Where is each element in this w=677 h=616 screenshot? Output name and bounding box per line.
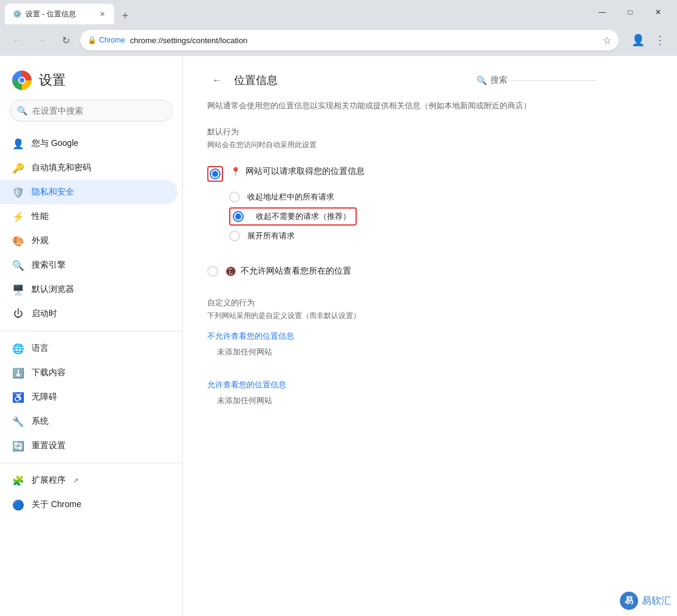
block-radio-button[interactable] [207,266,218,277]
accessibility-icon: ♿ [12,391,24,403]
allow-location-label: 📍 网站可以请求取得您的位置信息 [230,166,365,177]
collapse-all-option[interactable]: 收起地址栏中的所有请求 [229,188,596,206]
forward-button[interactable]: → [32,30,51,50]
account-button[interactable]: 👤 [628,30,648,50]
custom-behavior-section: 自定义的行为 下列网站采用的是自定义设置（而非默认设置） 不允许查看您的位置信息… [207,297,596,409]
active-tab[interactable]: ⚙️ 设置 - 位置信息 ✕ [5,4,114,24]
download-icon: ⬇️ [12,367,24,379]
collapse-all-radio[interactable] [229,192,240,202]
sidebar-divider [0,331,182,331]
sidebar-item-about[interactable]: 🔵 关于 Chrome [0,493,177,517]
search-engine-icon: 🔍 [12,259,24,271]
new-tab-button[interactable]: + [117,7,134,24]
page-content: ← 位置信息 🔍 搜索 网站通常会使用您的位置信息以实现相关功能或提供相关信息（… [183,56,677,616]
chrome-logo-icon [12,71,32,90]
sidebar-item-privacy[interactable]: 🛡️ 隐私和安全 [0,180,177,204]
block-location-option[interactable]: 📵 不允许网站查看您所在的位置 [207,260,596,283]
sidebar-search-input[interactable] [10,100,173,122]
reload-button[interactable]: ↻ [56,30,75,50]
sidebar-item-label: 性能 [32,211,49,222]
allow-option-highlight-box [207,166,223,182]
collapse-unnecessary-option[interactable]: 收起不需要的请求（推荐） [233,211,351,222]
sidebar-title: 设置 [39,71,66,89]
chrome-label: Chrome [99,36,125,44]
sidebar-item-label: 搜索引擎 [32,260,66,271]
sidebar-item-label: 下载内容 [32,367,66,378]
sidebar-item-extensions[interactable]: 🧩 扩展程序 ↗ [0,468,182,493]
security-icon: 🔒 Chrome [88,36,125,44]
system-icon: 🔧 [12,415,24,427]
appearance-icon: 🎨 [12,235,24,247]
page-header: ← 位置信息 🔍 搜索 [207,71,596,90]
sidebar-item-performance[interactable]: ⚡ 性能 [0,204,177,229]
collapse-all-label: 收起地址栏中的所有请求 [247,192,334,202]
block-location-label: 📵 不允许网站查看您所在的位置 [225,266,351,277]
page-title: 位置信息 [234,73,278,88]
watermark-logo-icon: 易 [620,592,638,610]
close-button[interactable]: ✕ [644,3,672,21]
sidebar-item-downloads[interactable]: ⬇️ 下载内容 [0,361,177,385]
sidebar-item-language[interactable]: 🌐 语言 [0,336,177,361]
extensions-icon: 🧩 [12,474,24,486]
sidebar-item-default-browser[interactable]: 🖥️ 默认浏览器 [0,277,177,302]
allow-radio-button[interactable] [210,168,221,179]
location-pin-icon: 📍 [230,167,241,176]
sidebar-item-label: 默认浏览器 [32,284,74,295]
sidebar-search-icon: 🔍 [17,106,27,116]
minimize-button[interactable]: — [588,3,616,21]
sidebar-extensions-label: 扩展程序 [32,475,66,486]
sidebar-item-reset[interactable]: 🔄 重置设置 [0,434,177,458]
tab-title: 设置 - 位置信息 [26,9,94,19]
allow-section-title[interactable]: 允许查看您的位置信息 [207,379,596,390]
shield-icon: 🛡️ [12,186,24,198]
sidebar-item-appearance[interactable]: 🎨 外观 [0,229,177,253]
back-button[interactable]: ← [7,30,27,50]
collapse-unnecessary-radio[interactable] [233,211,244,222]
custom-behavior-label: 自定义的行为 [207,297,596,308]
sidebar-item-label: 隐私和安全 [32,187,74,198]
not-allow-no-site: 未添加任何网站 [217,344,596,360]
reset-icon: 🔄 [12,440,24,452]
performance-icon: ⚡ [12,210,24,223]
default-behavior-label: 默认行为 [207,126,596,137]
sidebar-item-label: 启动时 [32,308,57,319]
sidebar-item-search[interactable]: 🔍 搜索引擎 [0,253,177,277]
watermark-text: 易软汇 [642,595,671,607]
tab-close-button[interactable]: ✕ [97,9,107,19]
custom-behavior-desc: 下列网站采用的是自定义设置（而非默认设置） [207,311,596,321]
sidebar-search[interactable]: 🔍 [10,100,173,122]
sidebar-item-autofill[interactable]: 🔑 自动填充和密码 [0,156,177,180]
browser-icon: 🖥️ [12,283,24,296]
allow-no-site: 未添加任何网站 [217,393,596,409]
page-search[interactable]: 🔍 搜索 [476,75,596,86]
about-icon: 🔵 [12,499,24,511]
url-bar[interactable]: 🔒 Chrome chrome://settings/content/locat… [80,30,619,50]
sidebar-item-label: 系统 [32,416,49,427]
expand-all-option[interactable]: 展开所有请求 [229,227,596,245]
maximize-button[interactable]: □ [616,3,644,21]
bookmark-icon[interactable]: ☆ [603,35,611,46]
not-allow-section-title[interactable]: 不允许查看您的位置信息 [207,331,596,342]
key-icon: 🔑 [12,162,24,174]
language-icon: 🌐 [12,342,24,355]
sidebar-item-accessibility[interactable]: ♿ 无障碍 [0,385,177,409]
external-link-icon: ↗ [73,477,78,485]
back-button[interactable]: ← [207,71,227,90]
sidebar-item-label: 语言 [32,343,49,354]
startup-icon: ⏻ [12,308,24,320]
sidebar-item-startup[interactable]: ⏻ 启动时 [0,302,177,326]
tab-favicon: ⚙️ [12,9,22,19]
allow-sub-options: 收起地址栏中的所有请求 收起不需要的请求（推荐） 展开所有请求 [229,188,596,245]
sidebar-divider-2 [0,463,182,463]
url-text: chrome://settings/content/location [130,36,598,45]
allow-location-option[interactable]: 📍 网站可以请求取得您的位置信息 [207,160,596,188]
blocked-location-icon: 📵 [225,266,236,276]
page-description: 网站通常会使用您的位置信息以实现相关功能或提供相关信息（例如本地新闻或附近的商店… [207,100,596,112]
sidebar-item-system[interactable]: 🔧 系统 [0,409,177,434]
sidebar: 设置 🔍 👤 您与 Google 🔑 自动填充和密码 🛡️ 隐私和安全 ⚡ 性能 [0,56,182,616]
recommended-option-highlight-box: 收起不需要的请求（推荐） [229,207,357,226]
sidebar-item-google[interactable]: 👤 您与 Google [0,131,177,156]
page-search-label: 搜索 [490,75,507,86]
expand-all-radio[interactable] [229,230,240,241]
menu-button[interactable]: ⋮ [650,30,670,50]
